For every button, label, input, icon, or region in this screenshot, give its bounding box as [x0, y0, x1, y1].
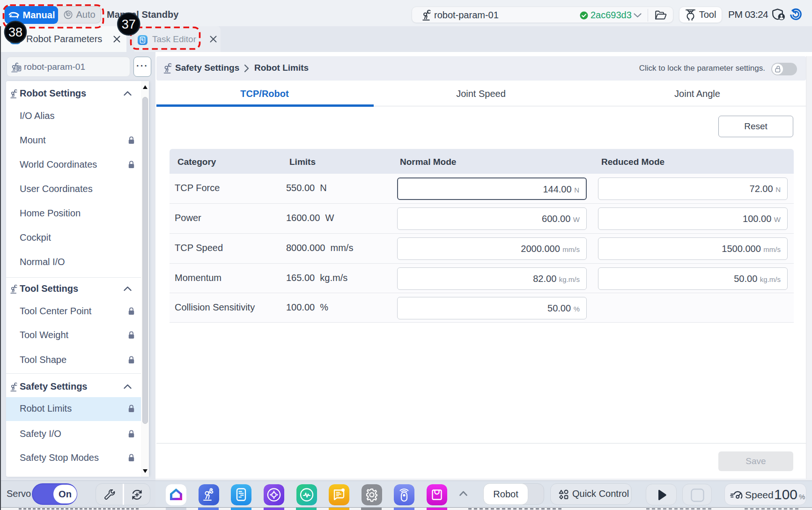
svg-text:37: 37 — [122, 17, 136, 31]
svg-text:38: 38 — [8, 25, 22, 39]
